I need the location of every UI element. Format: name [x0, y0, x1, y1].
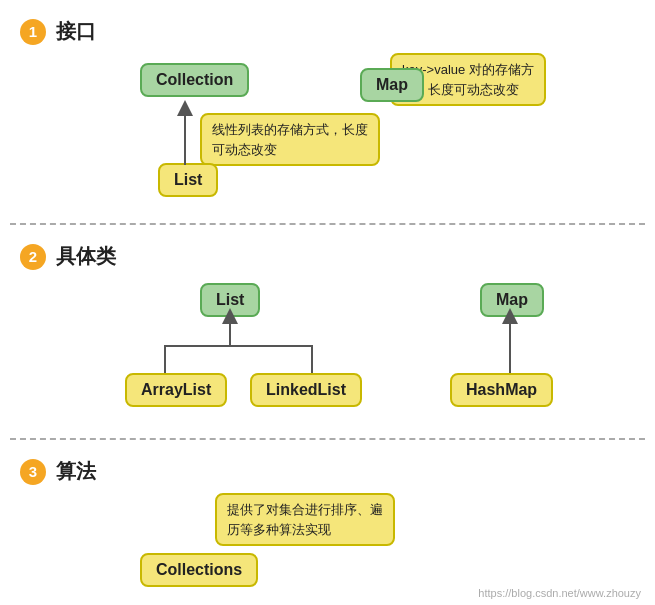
- section2-map-label: Map: [496, 291, 528, 308]
- section2-content: List Map ArrayList LinkedList HashMap: [20, 278, 635, 428]
- section3-collections-box: Collections: [140, 553, 258, 587]
- section-algorithm: 3 算法 提供了对集合进行排序、遍 历等多种算法实现 Collections: [0, 440, 655, 605]
- section3-num: 3: [20, 459, 46, 485]
- section2-hashmap-label: HashMap: [466, 381, 537, 398]
- section3-tooltip: 提供了对集合进行排序、遍 历等多种算法实现: [215, 493, 395, 546]
- section1-list-tooltip-text: 线性列表的存储方式，长度 可动态改变: [212, 122, 368, 157]
- section1-collection-label: Collection: [156, 71, 233, 88]
- section3-header: 3 算法: [20, 458, 635, 485]
- section1-list-box: List: [158, 163, 218, 197]
- section1-map-box: Map: [360, 68, 424, 102]
- section3-title: 算法: [56, 458, 96, 485]
- section2-linkedlist-label: LinkedList: [266, 381, 346, 398]
- section1-header: 1 接口: [20, 18, 635, 45]
- section-interface: 1 接口 key->value 对的存储方 式，长度可动态改变 Collecti…: [0, 0, 655, 223]
- section1-list-label: List: [174, 171, 202, 188]
- section2-linkedlist-box: LinkedList: [250, 373, 362, 407]
- section1-list-tooltip: 线性列表的存储方式，长度 可动态改变: [200, 113, 380, 166]
- section1-collection-box: Collection: [140, 63, 249, 97]
- section2-num: 2: [20, 244, 46, 270]
- section2-map-box: Map: [480, 283, 544, 317]
- section1-content: key->value 对的存储方 式，长度可动态改变 Collection Ma…: [20, 53, 635, 213]
- section2-list-box: List: [200, 283, 260, 317]
- section1-map-label: Map: [376, 76, 408, 93]
- section2-arraylist-box: ArrayList: [125, 373, 227, 407]
- section3-tooltip-text: 提供了对集合进行排序、遍 历等多种算法实现: [227, 502, 383, 537]
- main-container: 1 接口 key->value 对的存储方 式，长度可动态改变 Collecti…: [0, 0, 655, 605]
- section2-header: 2 具体类: [20, 243, 635, 270]
- watermark: https://blog.csdn.net/www.zhouzy: [478, 587, 641, 599]
- section-concrete: 2 具体类 List Map ArrayList LinkedList Hash…: [0, 225, 655, 438]
- section3-collections-label: Collections: [156, 561, 242, 578]
- section2-title: 具体类: [56, 243, 116, 270]
- section2-arraylist-label: ArrayList: [141, 381, 211, 398]
- section2-hashmap-box: HashMap: [450, 373, 553, 407]
- section2-list-label: List: [216, 291, 244, 308]
- section1-num: 1: [20, 19, 46, 45]
- section1-title: 接口: [56, 18, 96, 45]
